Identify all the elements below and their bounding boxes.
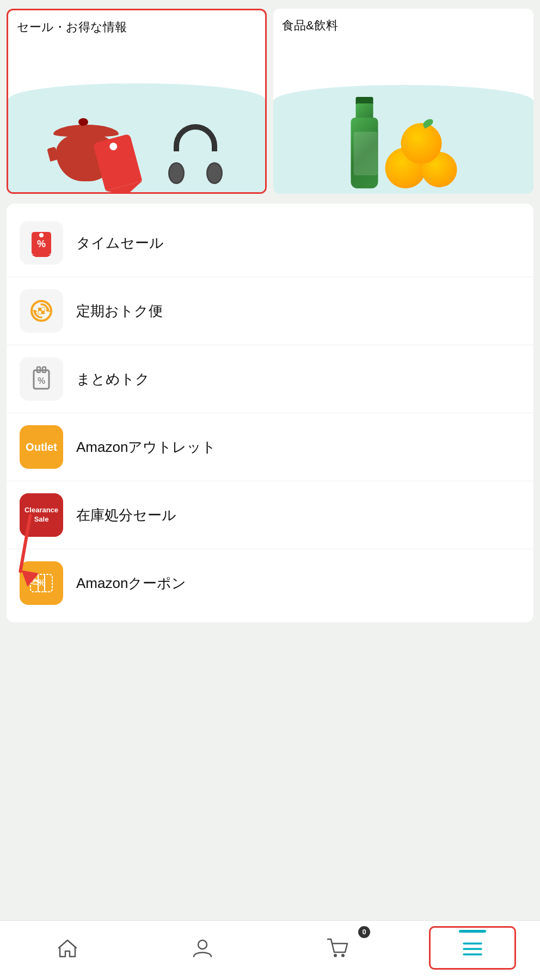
outlet-icon-text: Outlet (26, 441, 57, 453)
food-drink-card[interactable]: 食品&飲料 (273, 9, 533, 194)
svg-point-27 (341, 954, 345, 957)
nav-home[interactable] (24, 926, 111, 970)
food-illustration (350, 101, 457, 188)
subscribe-icon-wrap (20, 289, 63, 333)
nav-cart[interactable]: 0 (294, 926, 381, 970)
bottle-body (351, 118, 378, 188)
account-icon (192, 937, 213, 959)
hp-right-pad (208, 164, 221, 182)
oranges-group (385, 123, 457, 188)
deals-list-section: % タイムセール 定期おトク (7, 204, 533, 622)
svg-text:%: % (38, 376, 45, 385)
sale-info-title: セール・お得な情報 (17, 19, 256, 35)
list-item-bulk[interactable]: % まとめトク (7, 345, 533, 413)
hp-left-pad (170, 164, 183, 182)
time-sale-icon: % (27, 229, 56, 257)
nav-menu-active-bar (459, 930, 486, 933)
coupon-label: Amazonクーポン (76, 574, 186, 593)
svg-rect-9 (38, 311, 41, 314)
list-item-outlet[interactable]: Outlet Amazonアウトレット (7, 413, 533, 481)
bulk-icon: % (27, 365, 56, 393)
svg-point-1 (39, 233, 44, 237)
headphones-illustration (168, 124, 223, 184)
svg-point-26 (334, 954, 337, 957)
clearance-label: 在庫処分セール (76, 506, 176, 525)
bottle-label (354, 132, 378, 175)
svg-point-25 (198, 940, 207, 949)
outlet-icon-wrap: Outlet (20, 425, 63, 469)
hp-right-cup (206, 162, 223, 184)
bulk-icon-wrap: % (20, 357, 63, 401)
tea-bottle (350, 101, 380, 188)
cart-icon (326, 937, 349, 959)
svg-rect-8 (41, 308, 45, 311)
red-arrow (23, 514, 38, 587)
bulk-label: まとめトク (76, 370, 150, 389)
nav-menu[interactable] (429, 926, 516, 970)
outlet-label: Amazonアウトレット (76, 438, 216, 457)
list-item-time-sale[interactable]: % タイムセール (7, 209, 533, 277)
bottle-neck (356, 103, 373, 119)
svg-marker-3 (32, 255, 51, 257)
nav-account[interactable] (159, 926, 246, 970)
subscribe-label: 定期おトク便 (76, 302, 163, 321)
cart-badge: 0 (358, 926, 370, 938)
home-icon (57, 937, 78, 959)
hp-band (174, 124, 217, 151)
svg-text:%: % (38, 578, 45, 587)
food-drink-title: 食品&飲料 (282, 17, 525, 34)
pot-knob (78, 118, 88, 126)
list-item-subscribe[interactable]: 定期おトク便 (7, 277, 533, 345)
hp-left-cup (168, 162, 185, 184)
time-sale-icon-wrap: % (20, 221, 63, 265)
svg-text:%: % (37, 238, 46, 249)
orange-top-wrap (401, 123, 441, 156)
sale-info-card[interactable]: セール・お得な情報 (7, 9, 267, 194)
time-sale-label: タイムセール (76, 234, 164, 253)
subscribe-icon (27, 297, 56, 325)
svg-rect-7 (38, 308, 41, 311)
pot-lid (53, 125, 119, 137)
list-item-clearance[interactable]: Clearance Sale 在庫処分セール (7, 481, 533, 549)
list-item-coupon[interactable]: % Amazonクーポン (7, 549, 533, 617)
top-category-grid: セール・お得な情報 (7, 9, 533, 194)
menu-icon (461, 938, 484, 958)
bottom-nav: 0 (0, 920, 540, 980)
orange-top (401, 123, 441, 164)
sale-illustration (14, 83, 260, 187)
svg-rect-10 (41, 311, 45, 314)
